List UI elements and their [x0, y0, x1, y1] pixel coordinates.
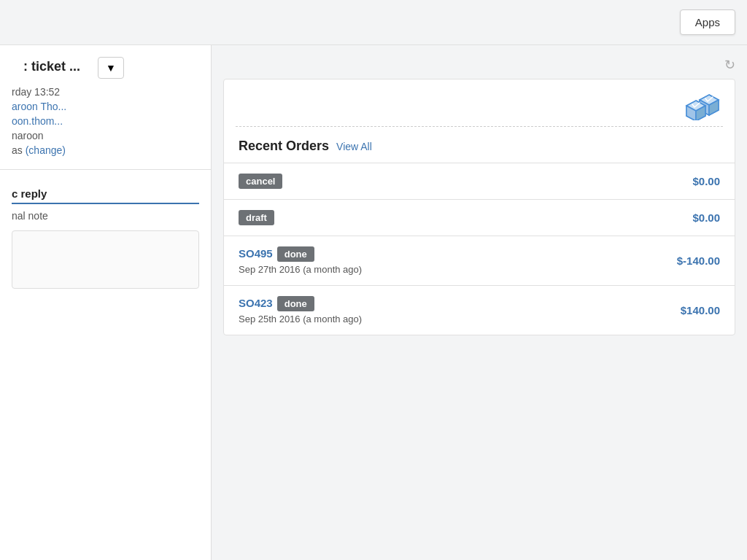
orders-card: Recent Orders View All cancel$0.00draft$… — [223, 79, 735, 335]
order-date: Sep 25th 2016 (a month ago) — [239, 314, 556, 324]
table-row: cancel$0.00 — [224, 163, 735, 200]
ticket-change-prefix: as — [12, 144, 23, 156]
ticket-dropdown-row: : ticket ... ▼ — [0, 57, 211, 85]
top-bar: Apps — [0, 0, 747, 45]
order-amount: $0.00 — [570, 200, 735, 236]
app-icon — [685, 91, 720, 120]
order-cell-left: SO495doneSep 27th 2016 (a month ago) — [224, 236, 570, 286]
left-panel: : ticket ... ▼ rday 13:52 aroon Tho... o… — [0, 45, 212, 560]
view-all-link[interactable]: View All — [336, 141, 372, 152]
status-badge: done — [277, 296, 314, 311]
orders-table: cancel$0.00draft$0.00SO495doneSep 27th 2… — [224, 163, 735, 335]
order-id-link[interactable]: SO495 — [239, 247, 273, 260]
order-id-link[interactable]: SO423 — [239, 297, 273, 309]
table-row: SO423doneSep 25th 2016 (a month ago)$140… — [224, 286, 735, 335]
ticket-dropdown-button[interactable]: ▼ — [98, 57, 124, 79]
ticket-change: as (change) — [0, 143, 211, 158]
order-cell-left: SO423doneSep 25th 2016 (a month ago) — [224, 286, 570, 335]
reply-label: c reply — [12, 187, 199, 204]
main-panel: ↻ — [212, 45, 747, 560]
order-date: Sep 27th 2016 (a month ago) — [239, 264, 556, 275]
orders-title: Recent Orders — [239, 139, 329, 154]
order-amount: $-140.00 — [570, 236, 735, 286]
status-badge: draft — [239, 210, 274, 225]
ticket-user: aroon Tho... — [0, 99, 211, 114]
status-badge: cancel — [239, 174, 282, 189]
refresh-icon-area: ↻ — [223, 57, 735, 73]
order-amount: $140.00 — [570, 286, 735, 335]
ticket-email: oon.thom... — [0, 114, 211, 128]
order-cell-left: draft — [224, 200, 570, 236]
ticket-name: naroon — [0, 128, 211, 143]
orders-header: Recent Orders View All — [224, 139, 735, 163]
ticket-divider — [0, 169, 211, 170]
chevron-down-icon: ▼ — [106, 62, 116, 74]
reply-textarea[interactable] — [12, 230, 199, 289]
ticket-change-link[interactable]: (change) — [26, 144, 66, 156]
cube-icon — [685, 91, 720, 120]
refresh-icon[interactable]: ↻ — [724, 57, 735, 73]
internal-note-label: nal note — [12, 207, 199, 225]
order-cell-left: cancel — [224, 163, 570, 200]
app-icon-area — [224, 79, 735, 126]
dotted-divider — [236, 126, 723, 127]
ticket-title: : ticket ... — [12, 59, 92, 77]
order-amount: $0.00 — [570, 163, 735, 200]
status-badge: done — [277, 246, 314, 262]
reply-section: c reply nal note — [0, 182, 211, 303]
ticket-date: rday 13:52 — [0, 85, 211, 99]
table-row: draft$0.00 — [224, 200, 735, 236]
table-row: SO495doneSep 27th 2016 (a month ago)$-14… — [224, 236, 735, 286]
apps-button[interactable]: Apps — [680, 9, 735, 35]
